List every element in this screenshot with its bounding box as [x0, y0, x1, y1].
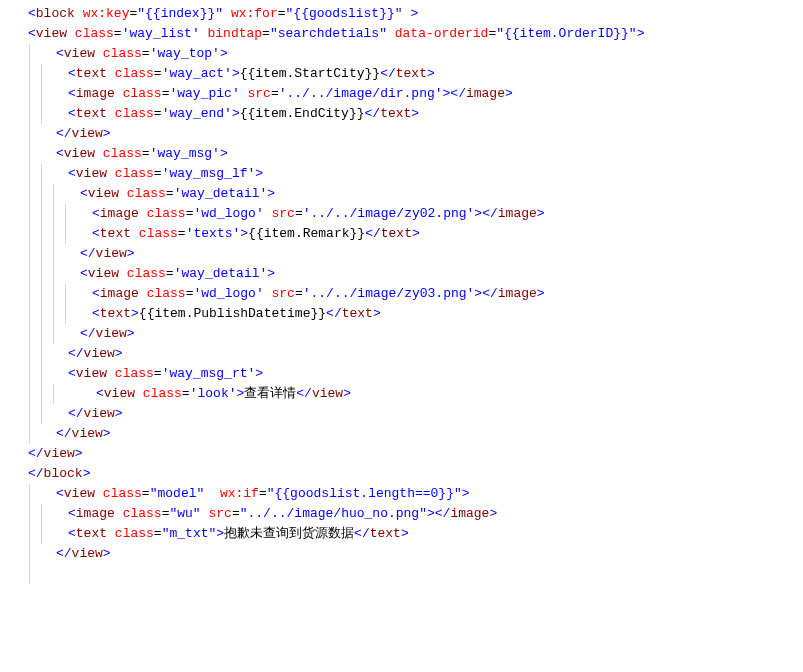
token: view	[64, 486, 95, 501]
code-line[interactable]: <text class='way_end'>{{item.EndCity}}</…	[0, 104, 803, 124]
token: image	[466, 86, 505, 101]
code-line[interactable]: </view>	[0, 344, 803, 364]
code-line[interactable]: </view>	[0, 124, 803, 144]
indent-guides	[24, 124, 36, 144]
gutter	[0, 464, 24, 484]
code-line[interactable]: <image class="wu" src="../../image/huo_n…	[0, 504, 803, 524]
code-line[interactable]: </view>	[0, 244, 803, 264]
token: =	[278, 6, 286, 21]
token: 'way_msg_rt'	[162, 366, 256, 381]
indent-guides	[24, 484, 36, 504]
gutter	[0, 4, 24, 24]
code-line[interactable]: <view class='way_msg_lf'>	[0, 164, 803, 184]
indent-guides	[24, 544, 36, 564]
code-line[interactable]: <text class='way_act'>{{item.StartCity}}…	[0, 64, 803, 84]
token: text	[76, 66, 107, 81]
token: =	[178, 226, 186, 241]
code-content: <image class='wd_logo' src='../../image/…	[72, 204, 545, 224]
code-line[interactable]: </view>	[0, 424, 803, 444]
code-content: <text class="m_txt">抱歉未查询到货源数据</text>	[48, 524, 409, 544]
code-line[interactable]: </view>	[0, 544, 803, 564]
token: =	[166, 186, 174, 201]
code-content: <view class='way_detail'>	[60, 184, 275, 204]
token: 'way_act'	[162, 66, 232, 81]
token	[387, 26, 395, 41]
code-line[interactable]: <image class='wd_logo' src='../../image/…	[0, 284, 803, 304]
gutter	[0, 184, 24, 204]
token	[135, 386, 143, 401]
token: >	[401, 526, 409, 541]
code-line[interactable]: <text class="m_txt">抱歉未查询到货源数据</text>	[0, 524, 803, 544]
token: =	[154, 526, 162, 541]
indent-guides	[24, 164, 48, 184]
token: "{{goodslist.length==0}}"	[267, 486, 462, 501]
token: '../../image/dir.png'	[279, 86, 443, 101]
token	[201, 506, 209, 521]
token: 'way_msg_lf'	[162, 166, 256, 181]
code-content: <view class="model" wx:if="{{goodslist.l…	[36, 484, 470, 504]
token: =	[295, 286, 303, 301]
token: view	[64, 46, 95, 61]
token: block	[36, 6, 75, 21]
token: {{item.EndCity}}	[240, 106, 365, 121]
token: class	[127, 186, 166, 201]
token: =	[271, 86, 279, 101]
code-line[interactable]: </view>	[0, 324, 803, 344]
code-line[interactable]	[0, 564, 803, 584]
token: >	[75, 446, 83, 461]
code-line[interactable]: </block>	[0, 464, 803, 484]
token: class	[103, 486, 142, 501]
code-line[interactable]: <view class='way_detail'>	[0, 264, 803, 284]
code-line[interactable]: <view class='way_msg'>	[0, 144, 803, 164]
gutter	[0, 224, 24, 244]
token: "wu"	[169, 506, 200, 521]
token: </	[80, 246, 96, 261]
code-line[interactable]: <block wx:key="{{index}}" wx:for="{{good…	[0, 4, 803, 24]
token: <	[92, 206, 100, 221]
code-line[interactable]: <view class='way_msg_rt'>	[0, 364, 803, 384]
indent-guides	[24, 104, 48, 124]
token: </	[28, 466, 44, 481]
token: view	[96, 246, 127, 261]
gutter	[0, 64, 24, 84]
code-line[interactable]: <text>{{item.PublishDatetime}}</text>	[0, 304, 803, 324]
token: <	[80, 186, 88, 201]
code-line[interactable]: <view class='way_list' bindtap="searchde…	[0, 24, 803, 44]
token: >	[103, 126, 111, 141]
code-line[interactable]: <image class='wd_logo' src='../../image/…	[0, 204, 803, 224]
token: view	[76, 366, 107, 381]
token	[95, 486, 103, 501]
code-line[interactable]: <image class='way_pic' src='../../image/…	[0, 84, 803, 104]
token: 'way_detail'	[174, 186, 268, 201]
code-line[interactable]: <view class='way_top'>	[0, 44, 803, 64]
token: <	[68, 166, 76, 181]
indent-guides	[24, 564, 36, 584]
token: >	[267, 186, 275, 201]
token: image	[450, 506, 489, 521]
code-line[interactable]: <text class='texts'>{{item.Remark}}</tex…	[0, 224, 803, 244]
token: "{{index}}"	[137, 6, 223, 21]
token: view	[36, 26, 67, 41]
code-line[interactable]: <view class='look'>查看详情</view>	[0, 384, 803, 404]
token: </	[68, 406, 84, 421]
token: <	[92, 306, 100, 321]
token: >	[103, 546, 111, 561]
token: {{item.PublishDatetime}}	[139, 306, 326, 321]
gutter	[0, 424, 24, 444]
code-line[interactable]: </view>	[0, 404, 803, 424]
code-line[interactable]: <view class='way_detail'>	[0, 184, 803, 204]
token: class	[103, 46, 142, 61]
code-editor[interactable]: <block wx:key="{{index}}" wx:for="{{good…	[0, 4, 803, 584]
token	[119, 266, 127, 281]
indent-guides	[24, 264, 60, 284]
code-line[interactable]: </view>	[0, 444, 803, 464]
token: </	[435, 506, 451, 521]
token: <	[56, 486, 64, 501]
indent-guides	[24, 204, 72, 224]
token: =	[259, 486, 267, 501]
token: {{item.StartCity}}	[240, 66, 380, 81]
code-line[interactable]: <view class="model" wx:if="{{goodslist.l…	[0, 484, 803, 504]
code-content: </view>	[60, 244, 135, 264]
token: wx:key	[83, 6, 130, 21]
token: "model"	[150, 486, 205, 501]
